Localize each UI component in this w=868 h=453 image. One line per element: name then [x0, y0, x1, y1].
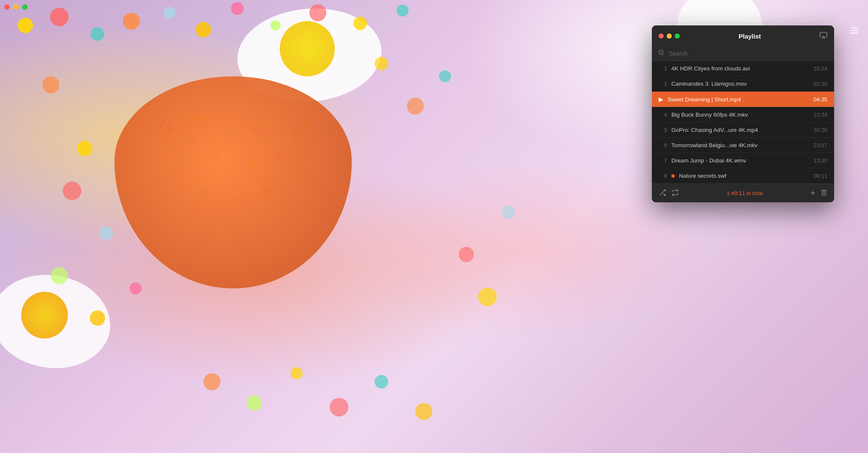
- airplay-icon[interactable]: [820, 31, 827, 41]
- svg-point-17: [130, 282, 142, 294]
- item-number: 5: [659, 127, 667, 133]
- panel-footer: 1:49:11 in total +: [652, 184, 834, 202]
- svg-point-16: [90, 310, 105, 326]
- item-title: Sweet Dreaming | Short.mp4: [668, 96, 809, 103]
- item-title: Caminandes 3: Llamigos.mov: [671, 81, 809, 87]
- svg-point-8: [309, 4, 326, 21]
- svg-rect-54: [851, 33, 858, 34]
- item-duration: 23:07: [813, 142, 827, 148]
- item-duration: 16:24: [813, 65, 827, 72]
- search-input[interactable]: [669, 50, 828, 57]
- search-bar: [652, 46, 834, 61]
- close-button[interactable]: [4, 4, 10, 10]
- playlist-items: 14K HDR Cityes from clouds.avi16:242Cami…: [652, 61, 834, 184]
- playlist-item[interactable]: 14K HDR Cityes from clouds.avi16:24: [652, 61, 834, 76]
- search-filter-icon: [658, 49, 665, 57]
- item-title: Nature secrets.swf: [679, 173, 809, 179]
- playlist-item[interactable]: 4Big Buck Bunny 60fps 4K.mkv10:34: [652, 107, 834, 123]
- item-duration: 04:35: [813, 96, 827, 103]
- delete-item-button[interactable]: [821, 189, 827, 198]
- window-controls: [4, 4, 28, 10]
- svg-point-22: [478, 288, 497, 306]
- item-number: 2: [659, 81, 667, 87]
- svg-point-0: [18, 18, 33, 33]
- item-title: GoPro: Chasing AdV...ure 4K.mp4: [671, 127, 809, 133]
- add-item-button[interactable]: +: [810, 188, 815, 198]
- svg-point-19: [407, 98, 424, 115]
- item-duration: 13:30: [813, 157, 827, 164]
- svg-point-21: [459, 247, 474, 262]
- svg-point-27: [330, 398, 348, 417]
- item-title: 4K HDR Cityes from clouds.avi: [671, 65, 809, 72]
- item-duration: 02:30: [813, 81, 827, 87]
- svg-point-6: [231, 2, 244, 15]
- panel-minimize-button[interactable]: [667, 34, 672, 39]
- svg-point-28: [375, 375, 388, 389]
- playlist-item[interactable]: 5GoPro: Chasing AdV...ure 4K.mp430:20: [652, 123, 834, 138]
- item-title: Big Buck Bunny 60fps 4K.mkv: [671, 112, 809, 118]
- item-number: 6: [659, 142, 667, 148]
- item-number: 7: [659, 157, 667, 164]
- shuffle-icon[interactable]: [659, 189, 666, 198]
- item-duration: 08:11: [813, 173, 827, 179]
- item-duration: 30:20: [813, 127, 827, 133]
- svg-point-10: [397, 5, 409, 17]
- maximize-button[interactable]: [22, 4, 28, 10]
- svg-point-26: [291, 367, 303, 379]
- playlist-panel: Playlist 14K HDR Cityes from clouds.avi1…: [652, 25, 834, 202]
- svg-point-23: [502, 205, 515, 219]
- playlist-item[interactable]: 7Dream Jump - Dubai 4K.wmv13:30: [652, 153, 834, 168]
- svg-point-12: [77, 141, 92, 156]
- svg-point-9: [353, 17, 367, 30]
- item-title: Tomorrowland Belgiu...vie 4K.mkv: [671, 142, 809, 148]
- panel-maximize-button[interactable]: [675, 34, 680, 39]
- svg-point-13: [63, 182, 81, 200]
- playlist-item[interactable]: ▶Sweet Dreaming | Short.mp404:35: [652, 92, 834, 107]
- svg-point-7: [270, 20, 281, 31]
- svg-point-2: [91, 27, 104, 41]
- svg-point-18: [375, 57, 388, 70]
- repeat-icon[interactable]: [671, 189, 679, 198]
- total-duration: 1:49:11 in total: [684, 190, 805, 196]
- item-number: 1: [659, 65, 667, 72]
- svg-point-25: [247, 395, 262, 411]
- panel-header-icons: [820, 31, 827, 41]
- play-indicator-icon: ▶: [659, 96, 663, 103]
- svg-point-5: [196, 22, 211, 37]
- minimize-button[interactable]: [13, 4, 19, 10]
- svg-point-4: [164, 7, 175, 19]
- svg-point-24: [203, 373, 220, 390]
- panel-window-controls: [659, 34, 680, 39]
- item-number: 8: [659, 173, 667, 179]
- svg-point-11: [42, 76, 59, 93]
- svg-rect-52: [851, 28, 858, 28]
- svg-rect-53: [851, 30, 858, 31]
- panel-header: Playlist: [652, 25, 834, 46]
- item-duration: 10:34: [813, 112, 827, 118]
- playlist-item[interactable]: 8Nature secrets.swf08:11: [652, 168, 834, 184]
- svg-point-14: [99, 226, 113, 240]
- svg-point-29: [415, 403, 432, 420]
- svg-marker-55: [822, 36, 825, 38]
- item-number: 4: [659, 112, 667, 118]
- svg-point-1: [50, 8, 69, 26]
- panel-title: Playlist: [680, 33, 820, 40]
- svg-point-20: [439, 70, 451, 82]
- svg-point-15: [51, 267, 68, 284]
- playlist-item[interactable]: 2Caminandes 3: Llamigos.mov02:30: [652, 76, 834, 92]
- item-title: Dream Jump - Dubai 4K.wmv: [671, 157, 809, 164]
- panel-close-button[interactable]: [659, 34, 664, 39]
- svg-point-3: [123, 13, 140, 30]
- item-status-dot: [671, 174, 675, 178]
- menu-icon[interactable]: [849, 25, 860, 38]
- playlist-item[interactable]: 6Tomorrowland Belgiu...vie 4K.mkv23:07: [652, 138, 834, 153]
